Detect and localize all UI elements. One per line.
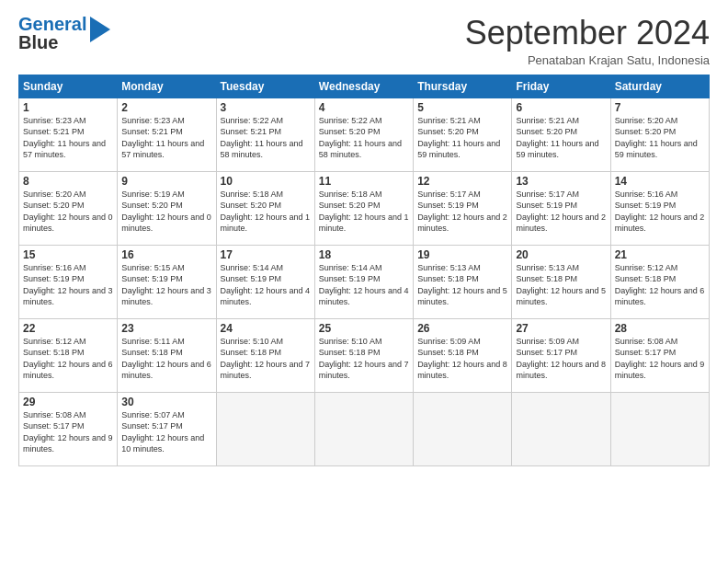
calendar-table: Sunday Monday Tuesday Wednesday Thursday… bbox=[18, 75, 710, 466]
day-empty bbox=[216, 392, 314, 465]
day-5: 5Sunrise: 5:21 AMSunset: 5:20 PMDaylight… bbox=[414, 98, 512, 171]
day-25: 25Sunrise: 5:10 AMSunset: 5:18 PMDayligh… bbox=[314, 318, 413, 392]
day-empty bbox=[512, 392, 610, 465]
calendar-week-2: 8Sunrise: 5:20 AMSunset: 5:20 PMDaylight… bbox=[19, 171, 710, 245]
day-16: 16Sunrise: 5:15 AMSunset: 5:19 PMDayligh… bbox=[118, 245, 216, 318]
day-27: 27Sunrise: 5:09 AMSunset: 5:17 PMDayligh… bbox=[512, 318, 610, 392]
col-saturday: Saturday bbox=[610, 75, 709, 98]
day-18: 18Sunrise: 5:14 AMSunset: 5:19 PMDayligh… bbox=[314, 245, 413, 318]
logo-blue: Blue bbox=[18, 33, 86, 52]
day-empty bbox=[314, 392, 413, 465]
day-14: 14Sunrise: 5:16 AMSunset: 5:19 PMDayligh… bbox=[610, 171, 709, 245]
day-empty bbox=[610, 392, 709, 465]
day-28: 28Sunrise: 5:08 AMSunset: 5:17 PMDayligh… bbox=[610, 318, 709, 392]
col-sunday: Sunday bbox=[19, 75, 118, 98]
location: Penataban Krajan Satu, Indonesia bbox=[465, 53, 710, 67]
day-3: 3Sunrise: 5:22 AMSunset: 5:21 PMDaylight… bbox=[216, 98, 314, 171]
day-20: 20Sunrise: 5:13 AMSunset: 5:18 PMDayligh… bbox=[512, 245, 610, 318]
month-title: September 2024 bbox=[465, 15, 710, 52]
col-friday: Friday bbox=[512, 75, 610, 98]
title-block: September 2024 Penataban Krajan Satu, In… bbox=[465, 15, 710, 67]
day-11: 11Sunrise: 5:18 AMSunset: 5:20 PMDayligh… bbox=[314, 171, 413, 245]
calendar-week-3: 15Sunrise: 5:16 AMSunset: 5:19 PMDayligh… bbox=[19, 245, 710, 318]
day-12: 12Sunrise: 5:17 AMSunset: 5:19 PMDayligh… bbox=[414, 171, 512, 245]
day-1: 1Sunrise: 5:23 AMSunset: 5:21 PMDaylight… bbox=[19, 98, 118, 171]
page: General Blue September 2024 Penataban Kr… bbox=[0, 0, 728, 563]
day-4: 4Sunrise: 5:22 AMSunset: 5:20 PMDaylight… bbox=[314, 98, 413, 171]
day-15: 15Sunrise: 5:16 AMSunset: 5:19 PMDayligh… bbox=[19, 245, 118, 318]
col-monday: Monday bbox=[118, 75, 216, 98]
day-21: 21Sunrise: 5:12 AMSunset: 5:18 PMDayligh… bbox=[610, 245, 709, 318]
day-13: 13Sunrise: 5:17 AMSunset: 5:19 PMDayligh… bbox=[512, 171, 610, 245]
col-thursday: Thursday bbox=[414, 75, 512, 98]
day-29: 29Sunrise: 5:08 AMSunset: 5:17 PMDayligh… bbox=[19, 392, 118, 465]
logo-arrow-icon bbox=[90, 17, 110, 42]
col-tuesday: Tuesday bbox=[216, 75, 314, 98]
header: General Blue September 2024 Penataban Kr… bbox=[18, 15, 710, 67]
day-10: 10Sunrise: 5:18 AMSunset: 5:20 PMDayligh… bbox=[216, 171, 314, 245]
calendar-week-4: 22Sunrise: 5:12 AMSunset: 5:18 PMDayligh… bbox=[19, 318, 710, 392]
svg-marker-0 bbox=[90, 17, 110, 42]
day-23: 23Sunrise: 5:11 AMSunset: 5:18 PMDayligh… bbox=[118, 318, 216, 392]
day-19: 19Sunrise: 5:13 AMSunset: 5:18 PMDayligh… bbox=[414, 245, 512, 318]
day-7: 7Sunrise: 5:20 AMSunset: 5:20 PMDaylight… bbox=[610, 98, 709, 171]
day-8: 8Sunrise: 5:20 AMSunset: 5:20 PMDaylight… bbox=[19, 171, 118, 245]
logo-general: General bbox=[18, 15, 86, 33]
day-22: 22Sunrise: 5:12 AMSunset: 5:18 PMDayligh… bbox=[19, 318, 118, 392]
calendar-week-5: 29Sunrise: 5:08 AMSunset: 5:17 PMDayligh… bbox=[19, 392, 710, 465]
day-9: 9Sunrise: 5:19 AMSunset: 5:20 PMDaylight… bbox=[118, 171, 216, 245]
day-24: 24Sunrise: 5:10 AMSunset: 5:18 PMDayligh… bbox=[216, 318, 314, 392]
col-wednesday: Wednesday bbox=[314, 75, 413, 98]
day-26: 26Sunrise: 5:09 AMSunset: 5:18 PMDayligh… bbox=[414, 318, 512, 392]
logo: General Blue bbox=[18, 15, 110, 52]
day-17: 17Sunrise: 5:14 AMSunset: 5:19 PMDayligh… bbox=[216, 245, 314, 318]
day-2: 2Sunrise: 5:23 AMSunset: 5:21 PMDaylight… bbox=[118, 98, 216, 171]
calendar-week-1: 1Sunrise: 5:23 AMSunset: 5:21 PMDaylight… bbox=[19, 98, 710, 171]
day-6: 6Sunrise: 5:21 AMSunset: 5:20 PMDaylight… bbox=[512, 98, 610, 171]
day-30: 30Sunrise: 5:07 AMSunset: 5:17 PMDayligh… bbox=[118, 392, 216, 465]
calendar-header-row: Sunday Monday Tuesday Wednesday Thursday… bbox=[19, 75, 710, 98]
day-empty bbox=[414, 392, 512, 465]
